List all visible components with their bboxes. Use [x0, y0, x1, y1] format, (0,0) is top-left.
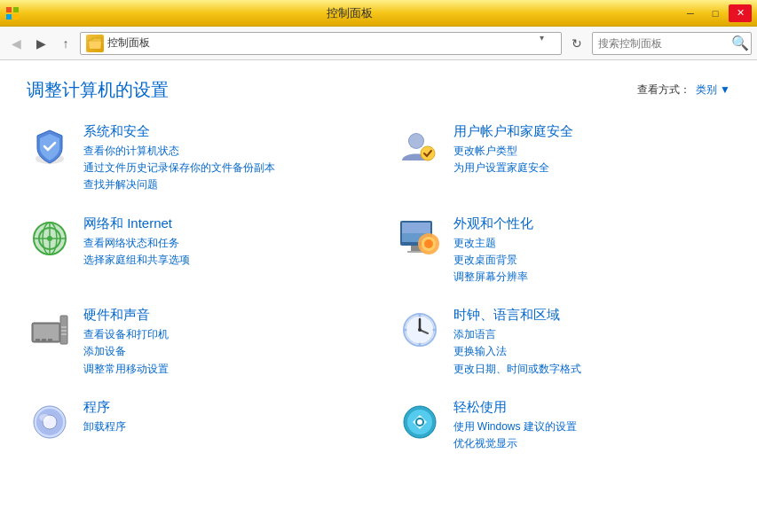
- svg-point-36: [418, 328, 422, 332]
- category-link-appearance-0[interactable]: 更改主题: [453, 235, 731, 252]
- category-text-hardware: 硬件和声音查看设备和打印机添加设备调整常用移动设置: [83, 307, 361, 378]
- svg-point-39: [404, 329, 406, 332]
- svg-rect-30: [61, 330, 67, 332]
- category-icon-easy: [397, 399, 443, 445]
- category-link-user-accounts-0[interactable]: 更改帐户类型: [453, 143, 731, 160]
- category-text-appearance: 外观和个性化更改主题更改桌面背景调整屏幕分辨率: [453, 215, 731, 286]
- address-dropdown-arrow[interactable]: ▾: [540, 33, 556, 54]
- svg-point-38: [418, 343, 421, 346]
- category-title-appearance[interactable]: 外观和个性化: [453, 215, 731, 232]
- view-control: 查看方式： 类别 ▼: [637, 82, 730, 98]
- svg-rect-25: [35, 339, 40, 341]
- search-icon[interactable]: 🔍: [731, 35, 749, 52]
- category-link-hardware-0[interactable]: 查看设备和打印机: [83, 326, 361, 343]
- category-item-appearance: 外观和个性化更改主题更改桌面背景调整屏幕分辨率: [397, 215, 731, 286]
- minimize-button[interactable]: ─: [679, 4, 702, 22]
- category-item-hardware: 硬件和声音查看设备和打印机添加设备调整常用移动设置: [27, 307, 361, 378]
- svg-rect-1: [13, 7, 19, 12]
- folder-icon: [86, 35, 104, 52]
- view-dropdown[interactable]: 类别 ▼: [696, 82, 730, 98]
- category-link-appearance-1[interactable]: 更改桌面背景: [453, 252, 731, 269]
- category-link-clock-0[interactable]: 添加语言: [453, 326, 731, 343]
- window-title: 控制面板: [20, 5, 679, 21]
- category-link-accessibility-1[interactable]: 优化视觉显示: [453, 435, 731, 452]
- category-link-clock-2[interactable]: 更改日期、时间或数字格式: [453, 361, 731, 378]
- category-icon-hardware: [27, 307, 73, 353]
- category-link-system-security-1[interactable]: 通过文件历史记录保存你的文件备份副本: [83, 160, 361, 176]
- svg-rect-27: [48, 339, 52, 341]
- category-text-programs: 程序卸载程序: [83, 399, 361, 435]
- search-input[interactable]: [598, 37, 731, 50]
- category-icon-network: [27, 215, 73, 262]
- page-header: 调整计算机的设置 查看方式： 类别 ▼: [27, 78, 730, 102]
- category-link-hardware-2[interactable]: 调整常用移动设置: [83, 361, 361, 378]
- title-bar: 控制面板 ─ □ ✕: [0, 0, 757, 27]
- category-link-clock-1[interactable]: 更换输入法: [453, 343, 731, 360]
- svg-rect-31: [61, 333, 67, 335]
- svg-point-37: [418, 315, 421, 317]
- svg-point-44: [39, 414, 50, 421]
- category-link-network-1[interactable]: 选择家庭组和共享选项: [83, 252, 361, 269]
- categories-grid: 系统和安全查看你的计算机状态通过文件历史记录保存你的文件备份副本查找并解决问题 …: [27, 123, 730, 452]
- address-bar: ◀ ▶ ↑ 控制面板 ▾ ↻ 🔍: [0, 27, 757, 60]
- maximize-button[interactable]: □: [704, 4, 727, 22]
- category-item-programs: 程序卸载程序: [27, 399, 361, 452]
- category-link-system-security-0[interactable]: 查看你的计算机状态: [83, 143, 361, 160]
- category-link-network-0[interactable]: 查看网络状态和任务: [83, 235, 361, 252]
- category-title-user-accounts[interactable]: 用户帐户和家庭安全: [453, 123, 731, 140]
- category-text-user-accounts: 用户帐户和家庭安全更改帐户类型为用户设置家庭安全: [453, 123, 731, 176]
- svg-point-40: [432, 329, 435, 332]
- svg-rect-26: [42, 339, 46, 341]
- category-title-clock[interactable]: 时钟、语言和区域: [453, 307, 731, 324]
- category-link-user-accounts-1[interactable]: 为用户设置家庭安全: [453, 160, 731, 176]
- page-title: 调整计算机的设置: [27, 78, 169, 102]
- category-item-accessibility: 轻松使用使用 Windows 建议的设置优化视觉显示: [397, 399, 731, 452]
- category-text-network: 网络和 Internet查看网络状态和任务选择家庭组和共享选项: [83, 215, 361, 269]
- svg-point-6: [409, 134, 423, 148]
- category-title-programs[interactable]: 程序: [83, 399, 361, 416]
- up-button[interactable]: ↑: [55, 33, 76, 54]
- title-controls: ─ □ ✕: [679, 4, 752, 22]
- category-text-clock: 时钟、语言和区域添加语言更换输入法更改日期、时间或数字格式: [453, 307, 731, 378]
- svg-rect-3: [13, 14, 19, 20]
- category-link-system-security-2[interactable]: 查找并解决问题: [83, 176, 361, 193]
- main-content: 调整计算机的设置 查看方式： 类别 ▼ 系统和安全查看你的计算机状态通过文件历史…: [0, 60, 757, 532]
- back-button[interactable]: ◀: [5, 33, 27, 54]
- category-link-hardware-1[interactable]: 添加设备: [83, 343, 361, 360]
- category-icon-shield: [27, 123, 73, 169]
- category-link-accessibility-0[interactable]: 使用 Windows 建议的设置: [453, 419, 731, 435]
- category-icon-program: [27, 399, 73, 445]
- category-item-system-security: 系统和安全查看你的计算机状态通过文件历史记录保存你的文件备份副本查找并解决问题: [27, 123, 361, 194]
- category-icon-clock: [397, 307, 443, 353]
- svg-rect-29: [61, 326, 67, 328]
- svg-rect-0: [6, 7, 12, 12]
- category-title-hardware[interactable]: 硬件和声音: [83, 307, 361, 324]
- category-text-system-security: 系统和安全查看你的计算机状态通过文件历史记录保存你的文件备份副本查找并解决问题: [83, 123, 361, 194]
- close-button[interactable]: ✕: [729, 4, 752, 22]
- svg-point-7: [421, 146, 435, 160]
- window-app-icon: [5, 6, 20, 20]
- svg-rect-17: [402, 223, 430, 233]
- category-item-user-accounts: 用户帐户和家庭安全更改帐户类型为用户设置家庭安全: [397, 123, 731, 194]
- category-item-clock: 时钟、语言和区域添加语言更换输入法更改日期、时间或数字格式: [397, 307, 731, 378]
- refresh-button[interactable]: ↻: [565, 32, 588, 55]
- search-wrapper[interactable]: 🔍: [592, 32, 752, 55]
- svg-rect-24: [34, 325, 59, 340]
- view-label: 查看方式：: [637, 82, 690, 98]
- category-icon-user: [397, 123, 443, 169]
- category-icon-appearance: [397, 215, 443, 262]
- category-title-network[interactable]: 网络和 Internet: [83, 215, 361, 232]
- category-title-system-security[interactable]: 系统和安全: [83, 123, 361, 140]
- svg-point-14: [47, 236, 52, 241]
- category-title-accessibility[interactable]: 轻松使用: [453, 399, 731, 416]
- svg-rect-2: [6, 14, 12, 20]
- svg-point-48: [417, 419, 422, 425]
- title-bar-left: [5, 6, 20, 20]
- address-text: 控制面板: [107, 35, 540, 51]
- category-link-programs-0[interactable]: 卸载程序: [83, 419, 361, 435]
- address-input-wrapper[interactable]: 控制面板 ▾: [80, 32, 562, 55]
- category-item-network: 网络和 Internet查看网络状态和任务选择家庭组和共享选项: [27, 215, 361, 286]
- forward-button[interactable]: ▶: [30, 33, 51, 54]
- category-link-appearance-2[interactable]: 调整屏幕分辨率: [453, 269, 731, 286]
- category-text-accessibility: 轻松使用使用 Windows 建议的设置优化视觉显示: [453, 399, 731, 452]
